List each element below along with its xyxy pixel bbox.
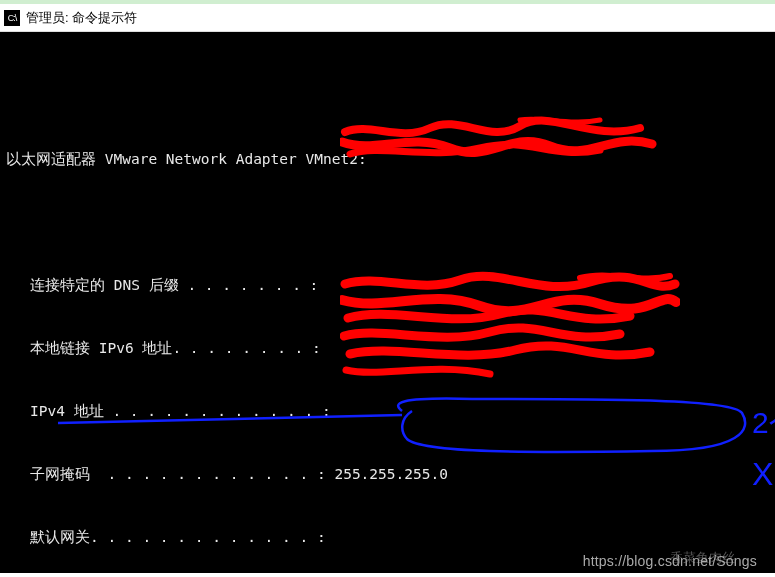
titlebar[interactable]: C:\ 管理员: 命令提示符 bbox=[0, 4, 775, 32]
window-title: 管理员: 命令提示符 bbox=[26, 9, 137, 27]
row-ipv6-link: 本地链接 IPv6 地址. . . . . . . . : bbox=[6, 338, 769, 359]
blank-line bbox=[6, 212, 769, 233]
subnet-value: 255.255.255.0 bbox=[326, 466, 448, 482]
watermark: https://blog.csdn.net/Songs bbox=[583, 553, 757, 569]
adapter-header-vmnet2: 以太网适配器 VMware Network Adapter VMnet2: bbox=[6, 149, 769, 170]
row-gateway: 默认网关. . . . . . . . . . . . . : bbox=[6, 527, 769, 548]
terminal-output[interactable]: 以太网适配器 VMware Network Adapter VMnet2: 连接… bbox=[0, 32, 775, 573]
cmd-window: C:\ 管理员: 命令提示符 以太网适配器 VMware Network Ada… bbox=[0, 0, 775, 577]
row-ipv4: IPv4 地址 . . . . . . . . . . . . : bbox=[6, 401, 769, 422]
row-dns-suffix: 连接特定的 DNS 后缀 . . . . . . . : bbox=[6, 275, 769, 296]
subnet-label: 子网掩码 . . . . . . . . . . . . : bbox=[30, 466, 326, 482]
blue-annotation: 2个 X bbox=[0, 32, 775, 572]
cmd-icon: C:\ bbox=[4, 10, 20, 26]
row-subnet: 子网掩码 . . . . . . . . . . . . : 255.255.2… bbox=[6, 464, 769, 485]
blank-line bbox=[6, 84, 769, 105]
